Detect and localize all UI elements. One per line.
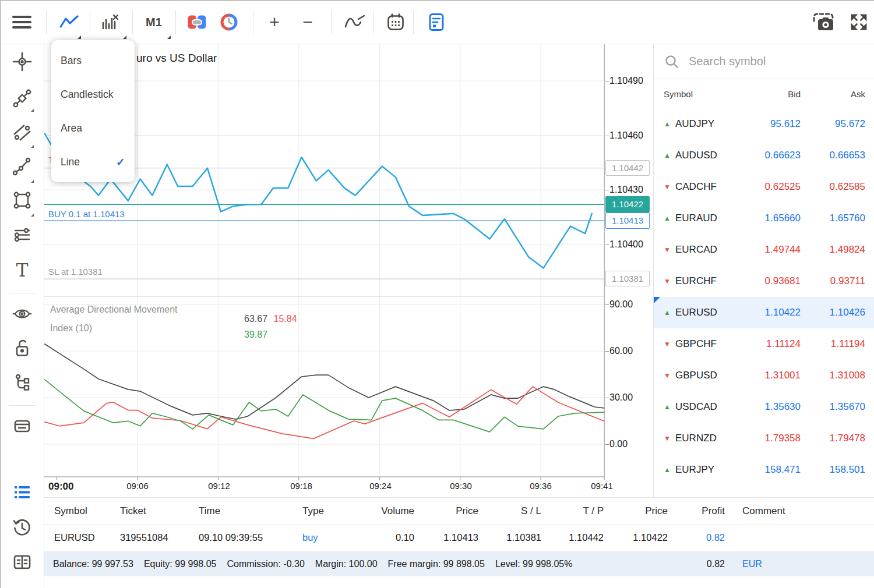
market-watch-row[interactable]: ▲ USDCAD 1.35630 1.35670 (654, 391, 874, 423)
ask-price: 1.65760 (801, 212, 865, 224)
symbol-name: AUDUSD (672, 150, 734, 161)
toolbar-separator (46, 10, 47, 34)
col-time: Time (199, 498, 220, 524)
market-watch-row[interactable]: ▼ EURCAD 1.49744 1.49824 (654, 234, 874, 265)
dropdown-marker-icon (167, 36, 171, 39)
cell-price: 1.10413 (420, 525, 478, 551)
indicators-button[interactable] (342, 9, 368, 35)
indicator-title-line1[interactable]: Average Directional Movement (50, 304, 177, 315)
price-tick: 1.10490 (609, 75, 643, 87)
selected-corner-icon (654, 297, 660, 303)
market-watch-row[interactable]: ▲ AUDUSD 0.66623 0.66653 (654, 140, 874, 171)
market-watch-rows: ▲ AUDJPY 95.612 95.672 ▲ AUDUSD 0.66623 … (654, 108, 874, 486)
journal-button[interactable] (12, 552, 33, 573)
screenshot-button[interactable] (810, 9, 836, 35)
minus-icon: − (302, 13, 313, 31)
col-comment: Comment (742, 498, 785, 524)
search-input[interactable] (688, 54, 847, 69)
crosshair-tool[interactable] (12, 51, 33, 72)
bar-chart-remove-icon (101, 14, 119, 30)
zoom-in-button[interactable]: + (262, 9, 287, 35)
symbol-search-bar (654, 44, 874, 79)
history-button[interactable] (12, 517, 33, 538)
indicator-wave-icon (344, 13, 366, 31)
polyline-tool[interactable] (12, 156, 33, 177)
symbol-name: EURAUD (672, 212, 734, 224)
levels-tool[interactable] (12, 225, 33, 246)
price-tick: 1.10460 (609, 130, 643, 141)
market-watch-row[interactable]: ▼ EURNZD 1.79358 1.79478 (654, 423, 874, 454)
cell-time: 09.10 09:39:55 (199, 525, 263, 551)
lock-tool[interactable] (12, 338, 33, 359)
market-watch-row[interactable]: ▼ EURCHF 0.93681 0.93711 (654, 265, 874, 297)
trade-list-toggle[interactable] (12, 482, 33, 503)
depth-of-market-button[interactable] (216, 9, 242, 35)
bid-price: 1.10422 (734, 307, 801, 318)
indicator-tick: 0.00 (609, 438, 628, 450)
drawing-tools-sidebar: T (1, 44, 44, 588)
plus-icon: + (269, 13, 280, 31)
bid-price: 158.471 (734, 464, 801, 476)
object-tree-tool[interactable] (12, 373, 33, 394)
fibonacci-tool[interactable] (12, 88, 33, 109)
toolbar-separator (253, 10, 253, 34)
market-watch-row[interactable]: ▼ GBPUSD 1.31001 1.31008 (654, 360, 874, 391)
time-tick: 09:24 (363, 481, 398, 491)
col-price: Price (420, 498, 478, 524)
col-tp: T / P (545, 498, 604, 524)
visibility-tool[interactable] (12, 303, 33, 324)
col-ticket: Ticket (120, 498, 146, 524)
timeframe-button[interactable]: M1 (141, 9, 167, 35)
column-symbol[interactable]: Symbol (664, 89, 734, 99)
buy-position-label[interactable]: BUY 0.1 at 1.10413 (48, 209, 125, 219)
toolbar-separator (331, 10, 332, 34)
col-profit: Profit (667, 498, 725, 524)
market-watch-row[interactable]: ▲ EURUSD 1.10422 1.10426 (654, 297, 874, 328)
dropdown-marker-icon (123, 36, 126, 39)
symbol-name: GBPUSD (672, 370, 734, 381)
chart-type-button[interactable] (57, 9, 82, 35)
time-tick: 09:18 (284, 481, 319, 491)
shape-tool[interactable] (12, 190, 33, 211)
account-currency[interactable]: EUR (742, 559, 762, 569)
market-watch-row[interactable]: ▼ CADCHF 0.62525 0.62585 (654, 171, 874, 203)
trade-panel: Symbol Ticket Time Type Volume Price S /… (44, 497, 874, 588)
search-icon (664, 54, 679, 69)
market-watch-row[interactable]: ▲ EURJPY 158.471 158.501 (654, 454, 874, 486)
account-metric: Equity: 99 998.05 (144, 559, 217, 569)
ask-price: 1.35670 (801, 401, 865, 413)
symbol-name: CADCHF (672, 181, 734, 193)
market-watch-row[interactable]: ▲ AUDJPY 95.612 95.672 (654, 108, 874, 140)
indicator-title-line2[interactable]: Index (10) (50, 323, 92, 334)
menu-item-bars[interactable]: Bars (51, 44, 135, 77)
remove-indicator-button[interactable] (97, 9, 123, 35)
account-metric: Margin: 100.00 (315, 559, 378, 569)
menu-item-candlestick[interactable]: Candlestick (51, 77, 135, 111)
column-bid[interactable]: Bid (734, 89, 801, 99)
direction-triangle-icon: ▼ (664, 246, 672, 254)
time-tick: 09:06 (120, 481, 155, 491)
price-axis[interactable]: 1.10490 1.10460 1.10430 1.10400 1.10442 … (605, 44, 653, 497)
market-watch-row[interactable]: ▼ GBPCHF 1.11124 1.11194 (654, 328, 874, 360)
menu-item-area[interactable]: Area (51, 111, 135, 145)
direction-triangle-icon: ▲ (664, 120, 672, 128)
one-click-trading-button[interactable] (184, 9, 210, 35)
calendar-button[interactable] (383, 9, 408, 35)
chart-title: uro vs US Dollar (136, 52, 217, 65)
market-watch-row[interactable]: ▲ EURAUD 1.65660 1.65760 (654, 203, 874, 234)
ask-price: 1.11194 (801, 338, 865, 350)
delete-objects-tool[interactable] (12, 416, 33, 437)
channel-tool[interactable] (12, 122, 33, 143)
fullscreen-button[interactable] (846, 9, 872, 35)
one-click-trading-icon (188, 15, 206, 29)
menu-item-line[interactable]: Line ✓ (51, 145, 135, 179)
direction-triangle-icon: ▲ (664, 214, 672, 222)
column-ask[interactable]: Ask (801, 89, 865, 99)
main-menu-button[interactable] (9, 9, 34, 35)
objects-list-button[interactable] (424, 9, 449, 35)
camera-screenshot-icon (812, 12, 835, 33)
zoom-out-button[interactable]: − (295, 9, 320, 35)
text-tool[interactable]: T (12, 260, 33, 281)
chart-area: uro vs US Dollar TP at 1.10442 BUY 0.1 a… (44, 44, 653, 497)
sl-line-label[interactable]: SL at 1.10381 (48, 267, 103, 277)
